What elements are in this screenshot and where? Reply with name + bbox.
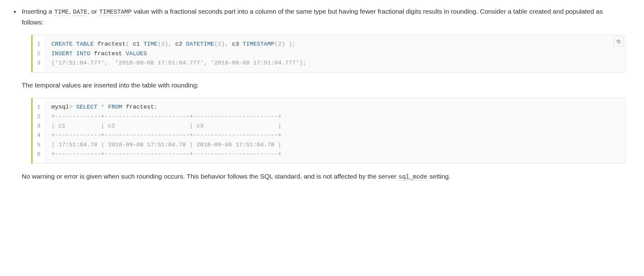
- line-gutter: 1 2 3 4 5 6: [33, 98, 45, 163]
- line-number: 2: [37, 112, 40, 121]
- punct: ,: [104, 60, 115, 66]
- line-number: 3: [37, 58, 40, 68]
- line-number: 1: [37, 39, 40, 49]
- line-number: 4: [37, 131, 40, 140]
- punct: (: [126, 41, 129, 47]
- num: 2: [278, 41, 281, 47]
- kw: SELECT: [76, 104, 97, 110]
- bullet-paragraph: Inserting a TIME, DATE, or TIMESTAMP val…: [12, 6, 625, 27]
- ident: c2: [172, 41, 186, 47]
- inline-code-date: DATE: [73, 9, 88, 16]
- text: , or: [88, 8, 99, 15]
- str: '2018-09-08 17:51:04.777': [211, 60, 299, 66]
- line-number: 2: [37, 49, 40, 58]
- kw: VALUES: [126, 50, 147, 57]
- svg-rect-0: [618, 41, 620, 43]
- line-number: 1: [37, 102, 40, 112]
- punct: ;: [154, 104, 157, 110]
- punct: (: [158, 41, 161, 47]
- text: Inserting a: [22, 8, 54, 15]
- kw: INTO: [76, 50, 90, 57]
- copy-icon: [616, 37, 621, 47]
- code-content[interactable]: CREATE TABLE fractest( c1 TIME(2), c2 DA…: [45, 35, 625, 72]
- inline-code-sqlmode: sql_mode: [398, 174, 428, 181]
- str: '2018-09-08 17:51:04.777': [115, 60, 204, 66]
- ident: c3: [229, 41, 243, 47]
- text: ,: [69, 8, 73, 15]
- op: *: [101, 104, 104, 110]
- line-gutter: 1 2 3: [33, 35, 45, 72]
- ident: mysql: [51, 104, 69, 110]
- str: '17:51:04.777': [55, 60, 105, 66]
- table-border: +-------------+------------------------+…: [51, 149, 619, 159]
- table-border: +-------------+------------------------+…: [51, 112, 619, 121]
- kw: TABLE: [76, 41, 94, 47]
- text: setting.: [428, 173, 451, 180]
- table-header: | c1 | c2 | c3 |: [51, 121, 619, 131]
- code-content[interactable]: mysql> SELECT * FROM fractest;+---------…: [45, 98, 625, 163]
- code-block-create: 1 2 3 CREATE TABLE fractest( c1 TIME(2),…: [31, 35, 625, 72]
- punct: ),: [165, 41, 172, 47]
- ident: c1: [129, 41, 143, 47]
- punct: (: [274, 41, 278, 47]
- kw: FROM: [108, 104, 122, 110]
- punct: ),: [221, 41, 229, 47]
- code-block-select: 1 2 3 4 5 6 mysql> SELECT * FROM fractes…: [31, 98, 625, 163]
- punct: ,: [204, 60, 211, 66]
- paragraph: The temporal values are inserted into th…: [12, 80, 625, 91]
- type: DATETIME: [186, 41, 214, 47]
- inline-code-time: TIME: [54, 9, 69, 16]
- table-border: +-------------+------------------------+…: [51, 131, 619, 140]
- num: 2: [161, 41, 165, 47]
- inline-code-timestamp: TIMESTAMP: [99, 9, 132, 16]
- type: TIME: [143, 41, 158, 47]
- table-row: | 17:51:04.78 | 2018-09-08 17:51:04.78 |…: [51, 140, 619, 149]
- punct: );: [299, 60, 306, 66]
- paragraph: No warning or error is given when such r…: [12, 171, 625, 182]
- line-number: 3: [37, 121, 40, 131]
- op: >: [69, 104, 72, 110]
- copy-button[interactable]: [614, 37, 623, 46]
- line-number: 5: [37, 140, 40, 149]
- kw: CREATE: [51, 41, 72, 47]
- punct: ) );: [282, 41, 296, 47]
- type: TIMESTAMP: [243, 41, 274, 47]
- line-number: 6: [37, 149, 40, 159]
- kw: INSERT: [51, 50, 72, 57]
- num: 2: [218, 41, 221, 47]
- text: No warning or error is given when such r…: [22, 173, 398, 180]
- ident: fractest: [126, 104, 154, 110]
- ident: fractest: [98, 41, 126, 47]
- ident: fractest: [94, 50, 122, 57]
- punct: (: [214, 41, 218, 47]
- punct: (: [51, 60, 55, 66]
